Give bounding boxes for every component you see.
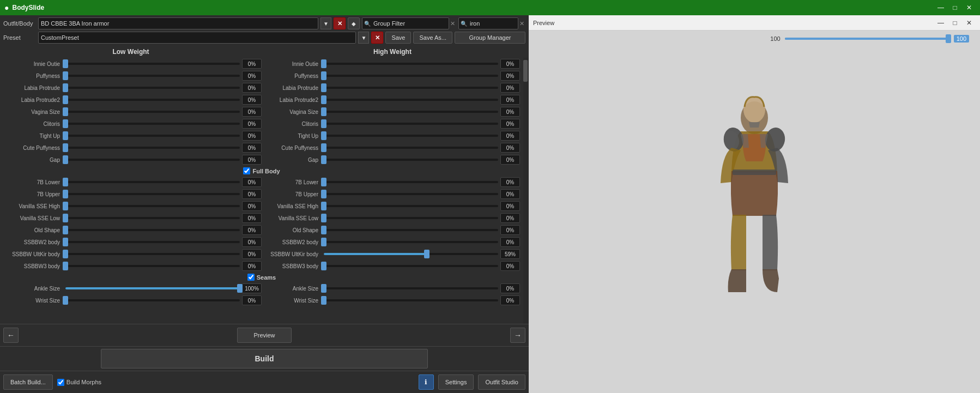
outfit-label: Outfit/Body — [3, 20, 36, 27]
preview-close-btn[interactable]: ✕ — [963, 17, 976, 28]
slider-track-left-8[interactable] — [65, 159, 240, 161]
preset-dropdown-btn[interactable]: ▼ — [358, 32, 369, 44]
slider-name-right-3: Labia Protrude2 — [262, 97, 322, 103]
slider-track-left-6[interactable] — [65, 135, 240, 137]
slider-name-right-8: Gap — [262, 157, 322, 163]
save-button[interactable]: Save — [385, 32, 411, 44]
slider-name-right-4: Vagina Size — [262, 109, 322, 115]
group-filter-clear-btn[interactable]: ✕ — [449, 20, 456, 27]
slider-track-right-16[interactable] — [324, 265, 498, 267]
slider-track-right-10[interactable] — [324, 193, 498, 195]
slider-track-left-9[interactable] — [65, 181, 240, 183]
slider-value-left-10: 0% — [242, 189, 262, 199]
slider-track-left-13[interactable] — [65, 229, 240, 231]
preset-clear-btn[interactable]: ✕ — [371, 32, 383, 44]
minimize-button[interactable]: — — [934, 2, 947, 13]
table-row: 7B Upper 0% 7B Upper 0% — [0, 188, 523, 200]
slider-track-right-14[interactable] — [324, 241, 498, 243]
table-row: Clitoris 0% Clitoris 0% — [0, 118, 523, 130]
slider-track-left-5[interactable] — [65, 123, 240, 125]
group-filter-input[interactable] — [362, 17, 449, 29]
slider-track-left-12[interactable] — [65, 217, 240, 219]
slider-value-right-13: 0% — [500, 225, 520, 235]
table-row: Ankle Size 100% Ankle Size 0% — [0, 282, 523, 294]
slider-track-right-6[interactable] — [324, 135, 498, 137]
outfit-combo[interactable] — [38, 17, 318, 29]
build-morphs-label[interactable]: Build Morphs — [57, 379, 101, 386]
preview-horizontal-slider[interactable] — [785, 38, 948, 40]
slider-name-left-8: Gap — [3, 157, 63, 163]
outfit-dropdown-btn[interactable]: ▼ — [320, 17, 331, 29]
table-row: SSBBW3 body 0% SSBBW3 body 0% — [0, 260, 523, 272]
slider-value-right-18: 0% — [500, 295, 520, 305]
slider-track-left-1[interactable] — [65, 75, 240, 77]
slider-track-left-15[interactable] — [65, 253, 240, 255]
preview-button[interactable]: Preview — [237, 328, 292, 343]
outfit-extra-btn[interactable]: ◆ — [348, 17, 360, 29]
slider-track-right-18[interactable] — [324, 299, 498, 301]
save-as-button[interactable]: Save As... — [413, 32, 452, 44]
batch-build-button[interactable]: Batch Build... — [3, 374, 53, 390]
bottom-bar: ← Preview → — [0, 324, 529, 346]
close-button[interactable]: ✕ — [963, 2, 976, 13]
slider-track-left-11[interactable] — [65, 205, 240, 207]
slider-track-right-13[interactable] — [324, 229, 498, 231]
slider-value-right-8: 0% — [500, 155, 520, 165]
build-button[interactable]: Build — [101, 349, 428, 368]
slider-track-right-5[interactable] — [324, 123, 498, 125]
slider-track-left-17[interactable] — [65, 287, 240, 289]
slider-track-left-14[interactable] — [65, 241, 240, 243]
outfit-clear-btn[interactable]: ✕ — [334, 17, 346, 29]
slider-track-right-2[interactable] — [324, 87, 498, 89]
slider-track-right-8[interactable] — [324, 159, 498, 161]
slider-track-left-16[interactable] — [65, 265, 240, 267]
main-scrollbar[interactable] — [523, 58, 529, 324]
settings-button[interactable]: Settings — [438, 374, 474, 390]
slider-track-right-9[interactable] — [324, 181, 498, 183]
slider-name-left-0: Innie Outie — [3, 61, 63, 67]
main-search-input[interactable] — [458, 17, 518, 29]
slider-track-left-0[interactable] — [65, 63, 240, 65]
slider-value-left-7: 0% — [242, 143, 262, 153]
search-container: 🔍 ✕ — [458, 17, 525, 29]
slider-track-left-18[interactable] — [65, 299, 240, 301]
slider-name-right-0: Innie Outie — [262, 61, 322, 67]
slider-track-left-7[interactable] — [65, 147, 240, 149]
slider-track-right-12[interactable] — [324, 217, 498, 219]
slider-track-left-4[interactable] — [65, 111, 240, 113]
slider-name-left-2: Labia Protrude — [3, 85, 63, 91]
slider-track-right-11[interactable] — [324, 205, 498, 207]
outfit-studio-button[interactable]: Outfit Studio — [478, 374, 525, 390]
slider-track-right-1[interactable] — [324, 75, 498, 77]
section-checkbox-9[interactable] — [243, 167, 250, 174]
main-search-clear-btn[interactable]: ✕ — [518, 20, 525, 27]
slider-track-right-7[interactable] — [324, 147, 498, 149]
slider-name-left-14: SSBBW2 body — [3, 239, 63, 245]
preview-maximize-btn[interactable]: □ — [948, 17, 961, 28]
slider-value-right-9: 0% — [500, 177, 520, 187]
slider-track-left-10[interactable] — [65, 193, 240, 195]
info-button[interactable]: ℹ — [419, 374, 434, 390]
slider-value-right-16: 0% — [500, 261, 520, 271]
build-morphs-checkbox[interactable] — [57, 379, 64, 386]
slider-track-right-4[interactable] — [324, 111, 498, 113]
slider-track-right-15[interactable] — [324, 253, 498, 255]
maximize-button[interactable]: □ — [948, 2, 961, 13]
slider-track-left-2[interactable] — [65, 87, 240, 89]
table-row: Innie Outie 0% Innie Outie 0% — [0, 58, 523, 70]
slider-value-left-14: 0% — [242, 237, 262, 247]
slider-value-right-6: 0% — [500, 131, 520, 141]
preview-minimize-btn[interactable]: — — [934, 17, 947, 28]
section-checkbox-17[interactable] — [247, 274, 255, 281]
group-manager-button[interactable]: Group Manager — [455, 32, 525, 44]
right-arrow-btn[interactable]: → — [510, 328, 525, 343]
slider-name-right-14: SSBBW2 body — [262, 239, 322, 245]
slider-track-right-3[interactable] — [324, 99, 498, 101]
slider-track-left-3[interactable] — [65, 99, 240, 101]
slider-value-right-3: 0% — [500, 95, 520, 105]
slider-track-right-17[interactable] — [324, 287, 498, 289]
preset-combo[interactable] — [38, 32, 356, 44]
svg-rect-4 — [733, 170, 776, 175]
left-arrow-btn[interactable]: ← — [3, 328, 19, 343]
slider-track-right-0[interactable] — [324, 63, 498, 65]
